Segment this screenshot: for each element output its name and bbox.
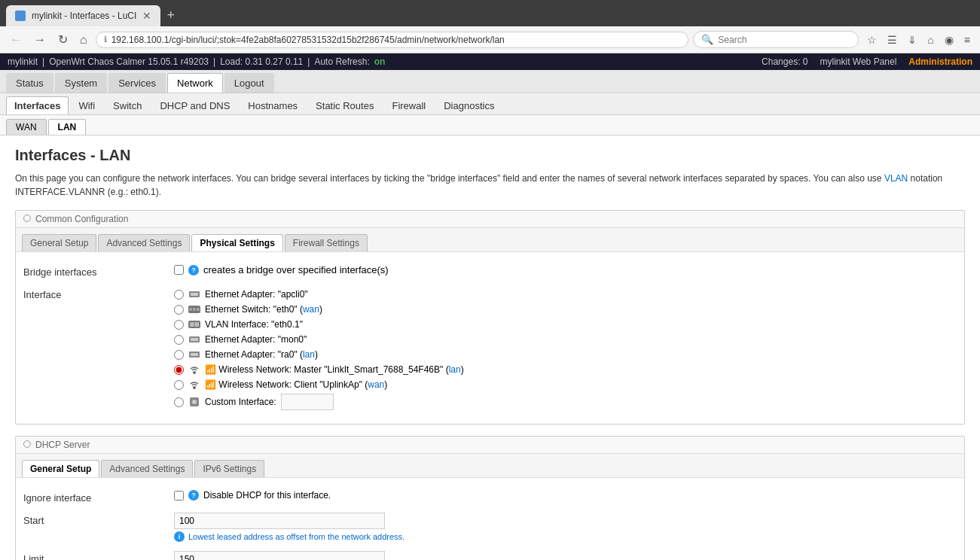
- label-apcli0: Ethernet Adapter: "apcli0": [205, 289, 308, 300]
- svg-point-3: [189, 308, 192, 311]
- tab-title: mylinkit - Interfaces - LuCI: [32, 11, 136, 21]
- nav-status[interactable]: Status: [6, 73, 53, 93]
- start-label: Start: [23, 513, 174, 526]
- common-config-tabs: General Setup Advanced Settings Physical…: [16, 228, 964, 252]
- menu-button[interactable]: ≡: [960, 32, 974, 48]
- custom-interface-input[interactable]: [281, 394, 334, 410]
- nav-logout[interactable]: Logout: [224, 73, 274, 93]
- load-info: Load: 0.31 0.27 0.11: [220, 56, 303, 67]
- forward-button[interactable]: →: [30, 32, 50, 48]
- active-tab[interactable]: mylinkit - Interfaces - LuCI ✕: [6, 5, 160, 26]
- nav-services[interactable]: Services: [108, 73, 166, 93]
- auto-refresh-label: Auto Refresh:: [314, 56, 369, 67]
- iface-mon0: Ethernet Adapter: "mon0": [174, 332, 957, 347]
- radio-ra0[interactable]: [174, 350, 184, 360]
- dhcp-server-section: DHCP Server General Setup Advanced Setti…: [15, 436, 965, 560]
- wireless-client-wan-link[interactable]: wan: [368, 379, 384, 390]
- interface-row: Interface Ethernet Adapter: "apcli0": [23, 282, 957, 416]
- ignore-info-icon[interactable]: ?: [188, 490, 199, 501]
- sub-nav: Interfaces Wifi Switch DHCP and DNS Host…: [0, 93, 980, 115]
- subnav-static-routes[interactable]: Static Routes: [307, 96, 382, 114]
- iface-wireless-master: 📶 Wireless Network: Master "LinkIt_Smart…: [174, 362, 957, 377]
- nav-system[interactable]: System: [55, 73, 107, 93]
- url-input[interactable]: [111, 35, 681, 45]
- radio-wireless-master[interactable]: [174, 365, 184, 375]
- common-config-section: Common Configuration General Setup Advan…: [15, 210, 965, 425]
- bookmark-star-button[interactable]: ☆: [863, 32, 881, 48]
- tab-lan[interactable]: LAN: [48, 119, 87, 135]
- new-tab-button[interactable]: +: [160, 5, 181, 26]
- interface-radio-list: Ethernet Adapter: "apcli0" Etherne: [174, 287, 957, 412]
- radio-wireless-client[interactable]: [174, 380, 184, 390]
- tab-firewall-settings[interactable]: Firewall Settings: [285, 234, 368, 251]
- ethernet-icon: [188, 288, 200, 300]
- dhcp-server-title: DHCP Server: [16, 437, 964, 454]
- firmware-info: OpenWrt Chaos Calmer 15.05.1 r49203: [49, 56, 209, 67]
- home2-button[interactable]: ⌂: [924, 32, 937, 48]
- bridge-label: Bridge interfaces: [23, 264, 174, 278]
- interface-tabs: WAN LAN: [0, 115, 980, 135]
- tab-general-setup[interactable]: General Setup: [22, 234, 96, 251]
- start-row: Start i Lowest leased address as offset …: [23, 508, 957, 546]
- dhcp-tab-general-setup[interactable]: General Setup: [22, 460, 99, 477]
- subnav-firewall[interactable]: Firewall: [383, 96, 434, 114]
- iface-apcli0: Ethernet Adapter: "apcli0": [174, 287, 957, 302]
- start-hint: Lowest leased address as offset from the…: [188, 532, 405, 541]
- interface-value: Ethernet Adapter: "apcli0" Etherne: [174, 287, 957, 412]
- ra0-lan-link[interactable]: lan: [303, 349, 315, 360]
- radio-apcli0[interactable]: [174, 290, 184, 300]
- search-input[interactable]: [718, 35, 850, 45]
- eth0-wan-link[interactable]: wan: [303, 304, 319, 315]
- tab-wan[interactable]: WAN: [6, 119, 47, 135]
- download-button[interactable]: ⇓: [904, 32, 920, 48]
- subnav-switch[interactable]: Switch: [105, 96, 150, 114]
- tab-bar: mylinkit - Interfaces - LuCI ✕ +: [6, 5, 974, 26]
- search-icon: 🔍: [701, 34, 713, 45]
- label-wireless-master: 📶 Wireless Network: Master "LinkIt_Smart…: [205, 364, 464, 375]
- bridge-desc: creates a bridge over specified interfac…: [203, 264, 389, 275]
- subnav-wifi[interactable]: Wifi: [70, 96, 103, 114]
- nav-network[interactable]: Network: [167, 73, 223, 93]
- dhcp-tab-advanced-settings[interactable]: Advanced Settings: [101, 460, 193, 477]
- back-button[interactable]: ←: [6, 32, 26, 48]
- svg-point-4: [193, 308, 196, 311]
- home-button[interactable]: ⌂: [76, 32, 91, 48]
- label-mon0: Ethernet Adapter: "mon0": [205, 334, 307, 345]
- limit-input[interactable]: [174, 551, 385, 560]
- radio-eth0[interactable]: [174, 305, 184, 315]
- limit-row: Limit i Maximum number of leased address…: [23, 546, 957, 560]
- svg-point-13: [193, 371, 196, 374]
- reading-list-button[interactable]: ☰: [884, 32, 901, 48]
- custom-iface-icon: [188, 396, 200, 408]
- radio-eth0-1[interactable]: [174, 320, 184, 330]
- subnav-hostnames[interactable]: Hostnames: [240, 96, 306, 114]
- label-wireless-client: 📶 Wireless Network: Client "UplinkAp" (w…: [205, 379, 387, 390]
- refresh-button[interactable]: ↻: [54, 31, 72, 48]
- subnav-diagnostics[interactable]: Diagnostics: [435, 96, 502, 114]
- label-eth0: Ethernet Switch: "eth0" (wan): [205, 304, 322, 315]
- radio-custom[interactable]: [174, 397, 184, 407]
- tab-physical-settings[interactable]: Physical Settings: [191, 234, 282, 251]
- tab-advanced-settings[interactable]: Advanced Settings: [98, 234, 190, 251]
- wireless-master-lan-link[interactable]: lan: [449, 364, 461, 375]
- subnav-dhcp-dns[interactable]: DHCP and DNS: [151, 96, 238, 114]
- ignore-checkbox[interactable]: [174, 491, 184, 501]
- radio-mon0[interactable]: [174, 335, 184, 345]
- shield-button[interactable]: ◉: [941, 32, 957, 48]
- bridge-info-icon[interactable]: ?: [188, 265, 199, 275]
- search-bar: 🔍: [693, 31, 859, 48]
- iface-custom: Custom Interface:: [174, 392, 957, 412]
- vlan-link[interactable]: VLAN: [884, 173, 908, 184]
- vlan-icon: [188, 318, 200, 330]
- ignore-desc: Disable DHCP for this interface.: [203, 490, 331, 501]
- address-bar: ℹ: [96, 32, 689, 48]
- info-icon: ℹ: [104, 35, 107, 44]
- subnav-interfaces[interactable]: Interfaces: [6, 96, 69, 114]
- bridge-checkbox[interactable]: [174, 265, 184, 275]
- admin-link[interactable]: Administration: [908, 56, 972, 67]
- tab-close-button[interactable]: ✕: [142, 10, 151, 22]
- svg-point-16: [192, 400, 197, 404]
- start-input[interactable]: [174, 513, 385, 529]
- switch-icon: [188, 303, 200, 315]
- dhcp-tab-ipv6-settings[interactable]: IPv6 Settings: [194, 460, 264, 477]
